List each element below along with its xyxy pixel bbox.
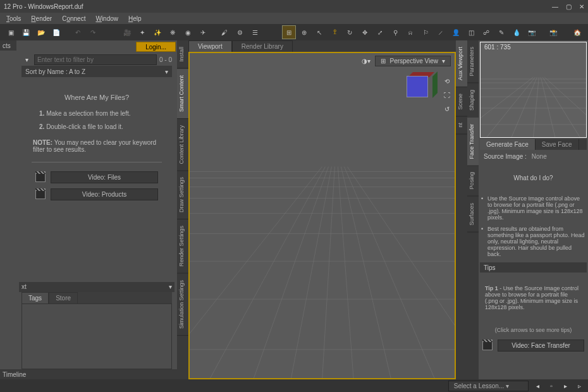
tab-generate-face[interactable]: Generate Face <box>480 139 536 150</box>
lesson-dropdown[interactable]: Select a Lesson... ▾ <box>448 381 529 391</box>
vtab-face-transfer[interactable]: Face Transfer <box>467 118 479 166</box>
tab-tags[interactable]: Tags <box>21 292 49 303</box>
tab-store[interactable]: Store <box>49 292 78 303</box>
svg-line-23 <box>542 77 580 137</box>
view-options-icon[interactable]: ◑▾ <box>361 56 371 66</box>
surface-icon[interactable]: ◫ <box>464 25 478 39</box>
vtab-parameters[interactable]: Parameters <box>467 40 479 83</box>
joint-icon[interactable]: ⚲ <box>388 25 402 39</box>
aux-viewport[interactable]: 601 : 735 <box>480 42 587 138</box>
render-icon[interactable]: ⚙ <box>233 25 247 39</box>
distant-light-icon[interactable]: ✨ <box>150 25 164 39</box>
menu-tools[interactable]: Tools <box>3 14 25 23</box>
open-icon[interactable]: 📂 <box>34 25 48 39</box>
redo-icon[interactable]: ↷ <box>86 25 100 39</box>
view-cube[interactable] <box>407 76 433 102</box>
minimize-button[interactable]: — <box>552 3 558 10</box>
svg-line-22 <box>541 77 555 137</box>
vtab-content-library[interactable]: Content Library <box>177 119 188 171</box>
timeline-label[interactable]: Timeline <box>3 371 26 378</box>
viewport[interactable]: ◑▾ ⊞Perspective View▾ ⟲ ⛶ ↺ <box>188 52 456 379</box>
pose-icon[interactable]: ⍾ <box>403 25 417 39</box>
tab-viewport[interactable]: Viewport <box>188 40 232 52</box>
maximize-button[interactable]: ▢ <box>566 3 572 10</box>
vtab-surfaces[interactable]: Surfaces <box>467 197 479 233</box>
what-do-i-do-title: What do I do? <box>479 163 588 193</box>
home-icon[interactable]: 🏠 <box>570 25 584 39</box>
vtab-nt[interactable]: nt <box>456 116 467 135</box>
measure-icon[interactable]: ⟋ <box>434 25 448 39</box>
scale-icon[interactable]: ⤢ <box>373 25 387 39</box>
vtab-install[interactable]: Install <box>177 40 188 69</box>
primitive-icon[interactable]: ◉ <box>181 25 195 39</box>
universal-icon[interactable]: ⊕ <box>297 25 311 39</box>
filter-icon[interactable]: ▾ <box>21 54 32 64</box>
vtab-scene[interactable]: Scene <box>456 87 467 117</box>
close-button[interactable]: ✕ <box>579 3 584 10</box>
svg-line-21 <box>534 77 539 137</box>
tab-render-library[interactable]: Render Library <box>232 40 293 52</box>
end-icon[interactable]: ▹ <box>574 381 584 391</box>
translate-icon[interactable]: ✥ <box>358 25 372 39</box>
tab-save-face[interactable]: Save Face <box>536 139 579 150</box>
orbit-icon[interactable]: ⟲ <box>442 76 452 86</box>
save-icon[interactable]: 💾 <box>19 25 33 39</box>
vtab-posing[interactable]: Posing <box>467 166 479 197</box>
menu-window[interactable]: Window <box>92 14 122 23</box>
menu-connect[interactable]: Connect <box>58 14 89 23</box>
vtab-draw-settings[interactable]: Draw Settings <box>177 171 188 219</box>
undo-icon[interactable]: ↶ <box>71 25 85 39</box>
video-products-button[interactable]: Video: Products <box>51 188 158 200</box>
vtab-shaping[interactable]: Shaping <box>467 83 479 118</box>
user-icon[interactable]: 👤 <box>449 25 463 39</box>
lasso-icon[interactable]: ꖶ <box>328 25 341 39</box>
view-mode-dropdown[interactable]: ⊞Perspective View▾ <box>375 56 451 66</box>
list-icon[interactable]: ☰ <box>248 25 262 39</box>
right-vertical-tabs-2: Parameters Shaping Face Transfer Posing … <box>467 40 479 379</box>
video-files-button[interactable]: Video: Files <box>51 171 158 183</box>
vtab-aux-viewport[interactable]: Aux Viewport <box>456 40 467 87</box>
vtab-smart-content[interactable]: Smart Content <box>177 69 188 119</box>
camera-icon[interactable]: 📷 <box>525 25 539 39</box>
next-icon[interactable]: ▸ <box>560 381 570 391</box>
source-image-value[interactable]: None <box>532 153 547 160</box>
clapper-icon <box>35 190 46 199</box>
svg-line-24 <box>544 77 586 137</box>
spotlight-icon[interactable]: ✦ <box>135 25 149 39</box>
menu-help[interactable]: Help <box>125 14 145 23</box>
pointlight-icon[interactable]: ❋ <box>166 25 180 39</box>
export-icon[interactable]: 📄 <box>49 25 63 39</box>
svg-line-20 <box>511 77 537 137</box>
frame-icon[interactable]: ⛶ <box>442 90 452 100</box>
geometry-icon[interactable]: ✎ <box>494 25 508 39</box>
sort-dropdown[interactable]: Sort by Name : A to Z▾ <box>21 66 172 77</box>
svg-line-18 <box>481 77 534 137</box>
rotate-icon[interactable]: ↻ <box>343 25 357 39</box>
left-vertical-tabs: Install Smart Content Content Library Dr… <box>177 40 188 379</box>
floor-icon[interactable]: ⊞ <box>282 25 296 39</box>
select-icon[interactable]: ↖ <box>312 25 326 39</box>
left-panel: cts Login... ▾ 0 - 0 Sort by Name : A to… <box>0 40 177 379</box>
vtab-simulation-settings[interactable]: Simulation Settings <box>177 274 188 336</box>
menu-render[interactable]: Render <box>27 14 56 23</box>
login-button[interactable]: Login... <box>136 42 176 52</box>
dropper-icon[interactable]: 💧 <box>510 25 524 39</box>
camera-add-icon[interactable]: 🎥 <box>120 25 134 39</box>
pin-icon[interactable]: ⚐ <box>419 25 432 39</box>
step-icon[interactable]: ▫ <box>546 381 556 391</box>
vtab-render-settings[interactable]: Render Settings <box>177 219 188 274</box>
brush-icon[interactable]: 🖌 <box>217 25 231 39</box>
video-face-transfer-button[interactable]: Video: Face Transfer <box>498 340 584 352</box>
new-icon[interactable]: ▣ <box>4 25 18 39</box>
region-icon[interactable]: ☍ <box>479 25 493 39</box>
tips-tab[interactable]: Tips <box>484 264 496 271</box>
svg-line-8 <box>347 167 455 379</box>
left-header-cts: cts <box>3 42 11 49</box>
source-image-label: Source Image : <box>484 153 527 160</box>
filter-input[interactable] <box>34 54 157 65</box>
reset-icon[interactable]: ↺ <box>442 104 452 114</box>
svg-line-6 <box>341 167 391 379</box>
prev-icon[interactable]: ◂ <box>532 381 542 391</box>
null-icon[interactable]: ✈ <box>196 25 210 39</box>
snapshot-icon[interactable]: 📸 <box>546 25 560 39</box>
